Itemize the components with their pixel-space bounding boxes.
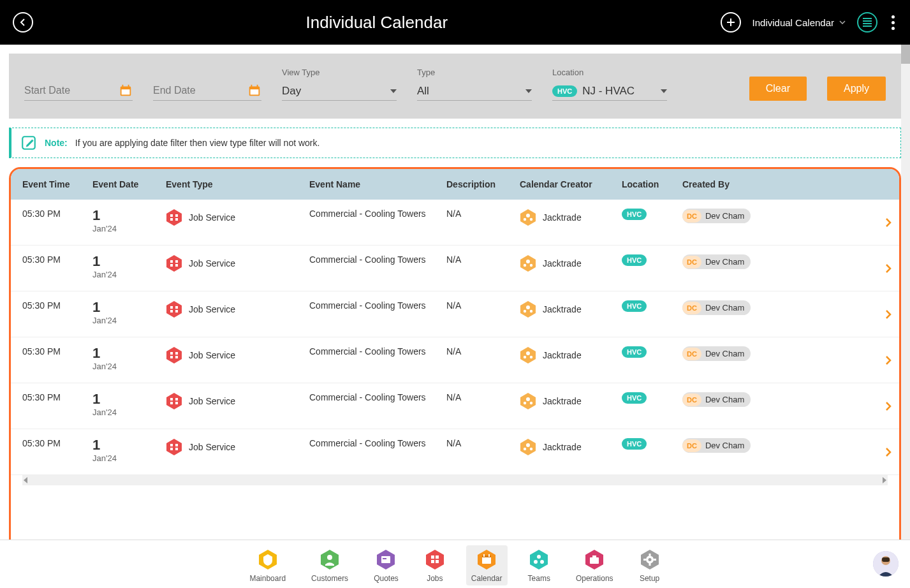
row-expand-button[interactable]	[885, 263, 892, 274]
nav-item-mainboard[interactable]: Mainboard	[244, 545, 291, 585]
view-selector-label: Individual Calendar	[752, 17, 834, 28]
svg-rect-47	[175, 398, 178, 401]
svg-rect-21	[170, 264, 173, 267]
nav-item-jobs[interactable]: Jobs	[419, 545, 451, 585]
end-date-placeholder: End Date	[153, 85, 241, 96]
cell-creator: Jacktrade	[520, 300, 622, 318]
svg-point-34	[524, 310, 526, 312]
svg-marker-18	[166, 255, 182, 272]
more-menu-button[interactable]	[889, 13, 897, 33]
nav-item-teams[interactable]: Teams	[523, 545, 555, 585]
nav-label: Calendar	[471, 574, 503, 583]
bottom-nav: Mainboard Customers Quotes Jobs Calendar…	[0, 540, 910, 588]
type-label: Type	[417, 68, 532, 77]
svg-rect-7	[251, 89, 259, 94]
cell-desc: N/A	[446, 254, 520, 265]
svg-rect-58	[175, 448, 178, 450]
cell-location: HVC	[622, 438, 682, 448]
creator-icon	[520, 392, 536, 410]
row-expand-button[interactable]	[885, 217, 892, 228]
svg-rect-38	[175, 352, 178, 355]
vertical-scrollbar[interactable]	[901, 45, 910, 543]
svg-rect-37	[170, 352, 173, 355]
horizontal-scrollbar[interactable]	[22, 475, 888, 485]
end-date-input[interactable]: End Date	[153, 81, 261, 101]
filter-bar: Start Date End Date View Type Day Type A…	[9, 54, 901, 119]
chevron-left-icon	[19, 18, 27, 27]
row-expand-button[interactable]	[885, 355, 892, 365]
location-select[interactable]: HVC NJ - HVAC	[552, 82, 667, 101]
cell-creator: Jacktrade	[520, 209, 622, 226]
svg-point-60	[526, 443, 530, 447]
creator-icon	[520, 254, 536, 272]
svg-rect-57	[170, 448, 173, 450]
cell-created-by: DCDev Cham	[682, 346, 791, 361]
nav-label: Mainboard	[249, 574, 286, 583]
svg-rect-5	[251, 85, 253, 88]
svg-rect-40	[175, 356, 178, 358]
job-service-icon	[166, 346, 182, 364]
list-view-button[interactable]	[857, 12, 877, 33]
cell-desc: N/A	[446, 300, 520, 311]
svg-rect-49	[175, 402, 178, 404]
row-expand-button[interactable]	[885, 447, 892, 457]
col-header-desc: Description	[446, 179, 520, 189]
table-row[interactable]: 05:30 PM 1 Jan'24 Job Service Commercial…	[11, 337, 899, 383]
view-selector-dropdown[interactable]: Individual Calendar	[752, 17, 846, 28]
nav-item-customers[interactable]: Customers	[306, 545, 353, 585]
nav-item-setup[interactable]: Setup	[634, 545, 666, 585]
cell-name: Commercial - Cooling Towers	[309, 392, 446, 402]
cell-desc: N/A	[446, 438, 520, 448]
apply-button[interactable]: Apply	[827, 77, 886, 101]
nav-item-calendar[interactable]: Calendar	[466, 545, 508, 585]
start-date-input[interactable]: Start Date	[24, 81, 133, 101]
svg-rect-89	[649, 554, 650, 556]
svg-rect-71	[436, 555, 439, 559]
table-row[interactable]: 05:30 PM 1 Jan'24 Job Service Commercial…	[11, 291, 899, 337]
cell-name: Commercial - Cooling Towers	[309, 254, 446, 265]
cell-date: 1 Jan'24	[92, 209, 166, 233]
svg-rect-6	[257, 85, 258, 88]
scroll-thumb[interactable]	[901, 45, 910, 64]
svg-point-17	[530, 218, 532, 221]
view-type-select[interactable]: Day	[282, 82, 397, 101]
clear-button[interactable]: Clear	[749, 77, 807, 101]
chevron-right-icon	[885, 263, 892, 274]
nav-item-operations[interactable]: Operations	[571, 545, 619, 585]
avatar-icon	[873, 551, 899, 577]
col-header-name: Event Name	[309, 179, 446, 189]
job-service-icon	[166, 254, 182, 272]
note-label: Note:	[45, 138, 68, 148]
plus-icon	[726, 18, 735, 27]
calendar-icon	[247, 84, 261, 98]
table-row[interactable]: 05:30 PM 1 Jan'24 Job Service Commercial…	[11, 383, 899, 429]
cell-desc: N/A	[446, 392, 520, 402]
svg-rect-31	[175, 310, 178, 312]
svg-marker-36	[166, 347, 182, 364]
chevron-right-icon	[885, 309, 892, 320]
svg-point-26	[530, 264, 532, 267]
cell-date: 1 Jan'24	[92, 438, 166, 463]
type-select[interactable]: All	[417, 82, 532, 101]
support-avatar[interactable]	[873, 551, 899, 577]
cell-creator: Jacktrade	[520, 346, 622, 364]
svg-rect-11	[175, 214, 178, 217]
back-button[interactable]	[13, 12, 33, 33]
svg-point-62	[530, 448, 532, 450]
row-expand-button[interactable]	[885, 309, 892, 320]
svg-rect-92	[654, 559, 656, 561]
start-date-placeholder: Start Date	[24, 85, 112, 96]
table-row[interactable]: 05:30 PM 1 Jan'24 Job Service Commercial…	[11, 200, 899, 246]
nav-label: Jobs	[427, 574, 443, 583]
scroll-left-icon	[24, 477, 27, 483]
dropdown-icon	[525, 89, 532, 93]
svg-point-65	[327, 555, 332, 560]
scroll-right-icon	[883, 477, 886, 483]
events-table-container: Event Time Event Date Event Type Event N…	[9, 167, 901, 557]
nav-item-quotes[interactable]: Quotes	[369, 545, 404, 585]
table-row[interactable]: 05:30 PM 1 Jan'24 Job Service Commercial…	[11, 246, 899, 291]
row-expand-button[interactable]	[885, 401, 892, 411]
svg-point-52	[524, 402, 526, 404]
add-button[interactable]	[721, 12, 741, 33]
table-row[interactable]: 05:30 PM 1 Jan'24 Job Service Commercial…	[11, 429, 899, 475]
